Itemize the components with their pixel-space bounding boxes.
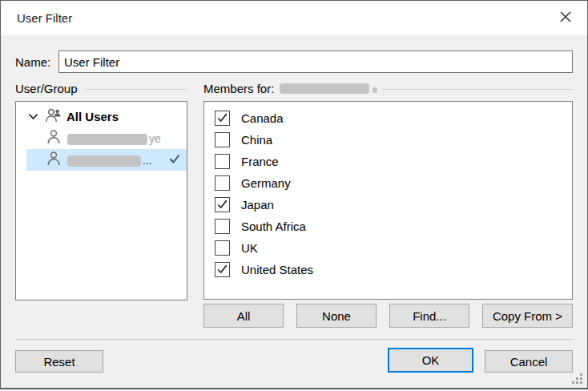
close-icon <box>559 10 572 26</box>
user-group-divider <box>86 89 187 90</box>
member-checkbox[interactable] <box>215 240 230 256</box>
member-row: Germany <box>204 172 572 194</box>
members-divider <box>382 89 573 90</box>
member-label: United States <box>241 263 313 276</box>
member-row: South Africa <box>204 216 572 237</box>
users-group-icon <box>44 107 62 127</box>
member-label: Germany <box>241 176 291 190</box>
selected-user-check-icon <box>169 153 180 167</box>
member-label: Japan <box>241 198 274 212</box>
copy-from-button[interactable]: Copy From > <box>482 304 573 328</box>
cancel-button[interactable]: Cancel <box>485 350 573 373</box>
tree-row-all-users[interactable]: All Users <box>16 106 187 127</box>
user-group-heading: User/Group <box>15 82 78 95</box>
close-button[interactable] <box>555 8 576 29</box>
member-checkbox[interactable] <box>215 154 230 169</box>
member-label: China <box>241 133 272 147</box>
member-checkbox[interactable] <box>215 175 230 191</box>
user-person-icon <box>45 128 62 148</box>
member-row: Canada <box>204 107 572 129</box>
member-row: Japan <box>204 194 572 216</box>
member-row: France <box>204 151 572 172</box>
ok-button[interactable]: OK <box>388 348 473 373</box>
redacted-owner-tail <box>373 87 377 93</box>
chevron-down-icon[interactable] <box>26 111 39 123</box>
redacted-user-name <box>67 134 147 145</box>
user-person-icon <box>45 150 62 170</box>
user-filter-dialog: User Filter Name: User/Group Members for… <box>0 0 588 389</box>
member-row: UK <box>204 237 572 259</box>
member-checkbox[interactable] <box>215 262 230 277</box>
member-checkbox[interactable] <box>215 111 230 126</box>
all-button[interactable]: All <box>203 304 284 328</box>
user-name-suffix: ... <box>143 154 152 167</box>
find-button[interactable]: Find... <box>389 304 469 328</box>
name-label: Name: <box>15 55 50 69</box>
member-checkbox[interactable] <box>215 132 230 147</box>
tree-row-user-2-selected[interactable]: ... <box>26 149 187 171</box>
members-list: Canada China France Germany Japan South … <box>203 101 573 300</box>
user-group-tree: All Users ye ... <box>15 101 187 300</box>
member-label: Canada <box>241 111 284 125</box>
reset-button[interactable]: Reset <box>15 350 103 373</box>
member-label: France <box>241 155 279 168</box>
footer-divider <box>15 339 573 340</box>
member-checkbox[interactable] <box>215 197 230 212</box>
member-row: China <box>204 129 572 151</box>
redacted-owner-name <box>280 83 369 94</box>
member-checkbox[interactable] <box>215 219 230 234</box>
members-heading: Members for: <box>203 82 274 95</box>
tree-row-user-1[interactable]: ye <box>16 127 187 149</box>
name-input[interactable] <box>58 50 573 73</box>
tree-item-label: All Users <box>66 110 119 123</box>
member-label: South Africa <box>241 220 306 233</box>
member-label: UK <box>241 241 258 255</box>
user-name-suffix: ye <box>149 132 161 145</box>
titlebar: User Filter <box>1 1 587 35</box>
member-row: United States <box>204 259 572 280</box>
redacted-user-name <box>67 155 141 167</box>
resize-grip-icon[interactable] <box>572 373 582 384</box>
none-button[interactable]: None <box>296 304 377 328</box>
dialog-title: User Filter <box>17 1 72 35</box>
